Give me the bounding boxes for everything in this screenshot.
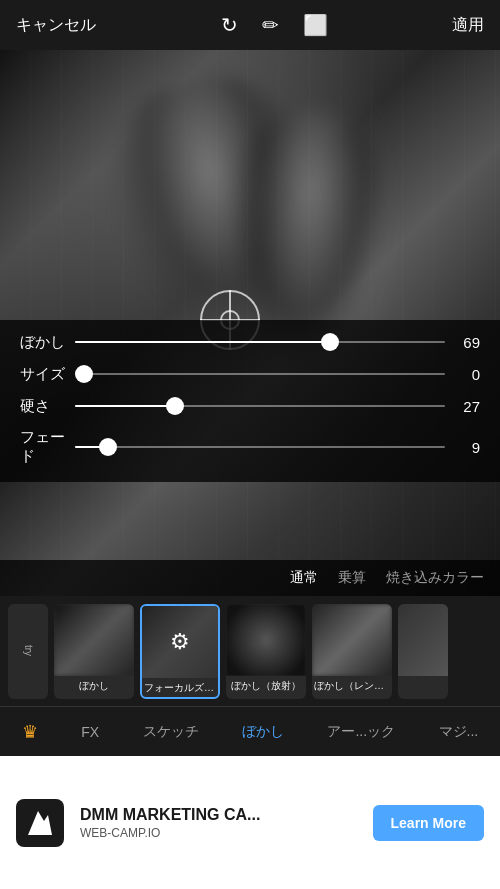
nav-item-art[interactable]: アー...ック bbox=[327, 723, 395, 741]
slider-track-bg-fade bbox=[75, 446, 445, 448]
filter-bg-focal: ⚙ bbox=[142, 606, 218, 678]
filter-name-hoshasen: ぼかし（放射） bbox=[226, 676, 306, 693]
filter-bg-lens bbox=[312, 604, 392, 676]
filter-item-bokashi-lens[interactable]: ぼかし（レンズ） bbox=[312, 604, 392, 699]
nav-item-sketch[interactable]: スケッチ bbox=[143, 723, 199, 741]
blend-multiply[interactable]: 乗算 bbox=[338, 569, 366, 587]
compare-icon[interactable]: ⬜ bbox=[303, 13, 328, 37]
blend-mode-bar: 通常 乗算 焼き込みカラー bbox=[0, 560, 500, 596]
slider-track-katasa[interactable] bbox=[75, 396, 445, 416]
slider-thumb-bokashi[interactable] bbox=[321, 333, 339, 351]
slider-row-bokashi: ぼかし 69 bbox=[20, 332, 480, 352]
cancel-button[interactable]: キャンセル bbox=[16, 15, 96, 36]
ad-logo bbox=[16, 799, 64, 847]
filter-item-bokashi-hoshasen[interactable]: ぼかし（放射） bbox=[226, 604, 306, 699]
sliders-panel: ぼかし 69 サイズ 0 硬さ 27 フ bbox=[0, 320, 500, 482]
filter-thumb-focal: ⚙ bbox=[142, 606, 218, 678]
filter-thumb-bokashi bbox=[54, 604, 134, 676]
slider-track-bg-size bbox=[75, 373, 445, 375]
bottom-nav: ♛ FX スケッチ ぼかし アー...ック マジ... bbox=[0, 706, 500, 756]
nav-label-art: アー...ック bbox=[327, 723, 395, 741]
filter-thumb-lens bbox=[312, 604, 392, 676]
slider-thumb-katasa[interactable] bbox=[166, 397, 184, 415]
slider-thumb-size[interactable] bbox=[75, 365, 93, 383]
nav-item-magic[interactable]: マジ... bbox=[439, 723, 479, 741]
learn-more-button[interactable]: Learn More bbox=[373, 805, 484, 841]
slider-value-fade: 9 bbox=[445, 439, 480, 456]
filter-name-lens: ぼかし（レンズ） bbox=[312, 676, 392, 693]
filter-thumb-extra bbox=[398, 604, 448, 676]
nav-label-magic: マジ... bbox=[439, 723, 479, 741]
slider-label-size: サイズ bbox=[20, 365, 75, 384]
ad-banner[interactable]: DMM MARKETING CA... WEB-CAMP.IO Learn Mo… bbox=[0, 756, 500, 889]
filter-bg-extra bbox=[398, 604, 448, 676]
crown-icon: ♛ bbox=[22, 721, 38, 743]
slider-row-katasa: 硬さ 27 bbox=[20, 396, 480, 416]
filter-item-bokashi[interactable]: ぼかし bbox=[54, 604, 134, 699]
refresh-icon[interactable]: ↻ bbox=[221, 13, 238, 37]
nav-label-bokashi: ぼかし bbox=[242, 723, 284, 741]
slider-label-katasa: 硬さ bbox=[20, 397, 75, 416]
nav-item-bokashi[interactable]: ぼかし bbox=[242, 723, 284, 741]
filter-name-extra bbox=[398, 676, 448, 679]
nav-label-sketch: スケッチ bbox=[143, 723, 199, 741]
filter-bg bbox=[54, 604, 134, 676]
slider-label-bokashi: ぼかし bbox=[20, 333, 75, 352]
ad-text-block: DMM MARKETING CA... WEB-CAMP.IO bbox=[80, 806, 357, 840]
filter-name-bokashi: ぼかし bbox=[54, 676, 134, 693]
nav-item-crown[interactable]: ♛ bbox=[22, 721, 38, 743]
filter-item-focal-zoom[interactable]: ⚙ フォーカルズーム bbox=[140, 604, 220, 699]
slider-value-bokashi: 69 bbox=[445, 334, 480, 351]
slider-thumb-fade[interactable] bbox=[99, 438, 117, 456]
slider-track-bokashi[interactable] bbox=[75, 332, 445, 352]
eraser-icon[interactable]: ✏ bbox=[262, 13, 279, 37]
filter-strip: try ぼかし ⚙ フォーカルズーム ぼかし（放射） ぼかし（レンズ） bbox=[0, 596, 500, 706]
ad-subtitle: WEB-CAMP.IO bbox=[80, 826, 357, 840]
slider-row-fade: フェード 9 bbox=[20, 428, 480, 466]
slider-track-bg-katasa bbox=[75, 405, 445, 407]
filter-thumb-hoshasen bbox=[226, 604, 306, 676]
svg-marker-0 bbox=[28, 811, 52, 835]
slider-label-fade: フェード bbox=[20, 428, 75, 466]
filter-item-try[interactable]: try bbox=[8, 604, 48, 699]
ad-title: DMM MARKETING CA... bbox=[80, 806, 357, 824]
blend-burn[interactable]: 焼き込みカラー bbox=[386, 569, 484, 587]
blend-normal[interactable]: 通常 bbox=[290, 569, 318, 587]
nav-label-fx: FX bbox=[81, 724, 99, 740]
filter-name-focal: フォーカルズーム bbox=[142, 678, 218, 695]
filter-bg-hoshasen bbox=[226, 604, 306, 676]
slider-fill-bokashi bbox=[75, 341, 330, 343]
nav-item-fx[interactable]: FX bbox=[81, 724, 99, 740]
try-label: try bbox=[23, 645, 34, 656]
slider-track-bg bbox=[75, 341, 445, 343]
slider-fill-katasa bbox=[75, 405, 175, 407]
slider-row-size: サイズ 0 bbox=[20, 364, 480, 384]
slider-track-size[interactable] bbox=[75, 364, 445, 384]
filter-item-extra[interactable] bbox=[398, 604, 448, 699]
ad-logo-svg bbox=[24, 807, 56, 839]
apply-button[interactable]: 適用 bbox=[452, 15, 484, 36]
toolbar-center-icons: ↻ ✏ ⬜ bbox=[221, 13, 328, 37]
slider-track-fade[interactable] bbox=[75, 437, 445, 457]
slider-value-size: 0 bbox=[445, 366, 480, 383]
slider-value-katasa: 27 bbox=[445, 398, 480, 415]
top-toolbar: キャンセル ↻ ✏ ⬜ 適用 bbox=[0, 0, 500, 50]
